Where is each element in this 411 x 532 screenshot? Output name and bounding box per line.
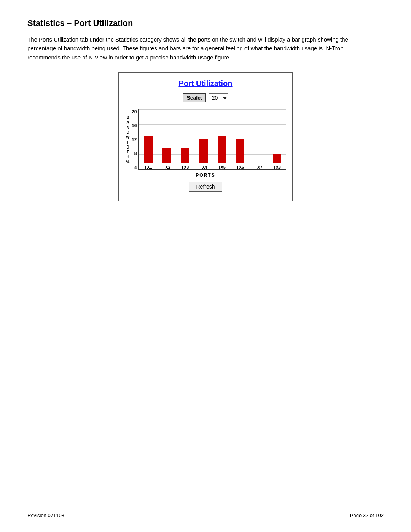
bar-group: TX8 (273, 154, 281, 169)
chart-container-outer: Port Utilization Scale: 5 10 20 50 100 B… (27, 72, 384, 201)
bar-group: TX6 (236, 139, 244, 169)
bar (236, 139, 244, 163)
bar-label: TX4 (199, 165, 207, 169)
grid-line (139, 109, 286, 110)
bar-group: TX4 (199, 139, 208, 169)
footer-right: Page 32 of 102 (350, 513, 384, 518)
bar-label: TX3 (181, 165, 189, 169)
bar-chart-area: TX1TX2TX3TX4TX5TX6TX7TX8 (138, 109, 286, 170)
grid-line (139, 124, 286, 125)
y-tick: 12 (132, 137, 137, 142)
grid-line (139, 139, 286, 139)
page-description: The Ports Utilization tab under the Stat… (27, 35, 355, 62)
bar-group: TX2 (162, 148, 171, 169)
scale-row: Scale: 5 10 20 50 100 (125, 93, 286, 102)
y-tick: 4 (134, 165, 137, 170)
chart-box: Port Utilization Scale: 5 10 20 50 100 B… (118, 72, 293, 201)
bar (218, 136, 226, 163)
y-ticks-and-chart: 20161284 TX1TX2TX3TX4TX5TX6TX7TX8 (132, 109, 286, 170)
bar-group: TX3 (181, 148, 189, 169)
bar-label: TX2 (163, 165, 170, 169)
bar (144, 136, 153, 163)
refresh-row: Refresh (125, 182, 286, 192)
scale-label: Scale: (183, 93, 206, 102)
chart-area: BANDWIDTH% 20161284 TX1TX2TX3TX4TX5TX6TX… (125, 109, 286, 170)
bar-label: TX7 (255, 165, 262, 169)
y-tick: 20 (132, 109, 137, 115)
page-footer: Revision 071108 Page 32 of 102 (27, 513, 384, 518)
page-title: Statistics – Port Utilization (27, 18, 384, 28)
grid-lines (139, 109, 286, 169)
y-tick: 8 (134, 151, 137, 156)
bar (181, 148, 189, 163)
bar-group: TX7 (254, 163, 263, 169)
bar-group: TX5 (218, 136, 226, 169)
bar (273, 154, 281, 163)
footer-left: Revision 071108 (27, 513, 64, 518)
grid-line (139, 169, 286, 169)
y-ticks: 20161284 (132, 109, 138, 170)
y-tick: 16 (132, 123, 137, 128)
bar-label: TX5 (218, 165, 226, 169)
x-axis-title: PORTS (125, 173, 286, 178)
bar-group: TX1 (144, 136, 153, 169)
bar (199, 139, 208, 163)
bar-label: TX1 (144, 165, 152, 169)
y-axis-letters: BANDWIDTH% (125, 109, 131, 170)
refresh-button[interactable]: Refresh (189, 182, 222, 192)
chart-title: Port Utilization (125, 79, 286, 88)
bar-label: TX6 (236, 165, 244, 169)
scale-select[interactable]: 5 10 20 50 100 (209, 93, 228, 102)
bar (162, 148, 171, 163)
bar-label: TX8 (273, 165, 281, 169)
grid-line (139, 154, 286, 155)
